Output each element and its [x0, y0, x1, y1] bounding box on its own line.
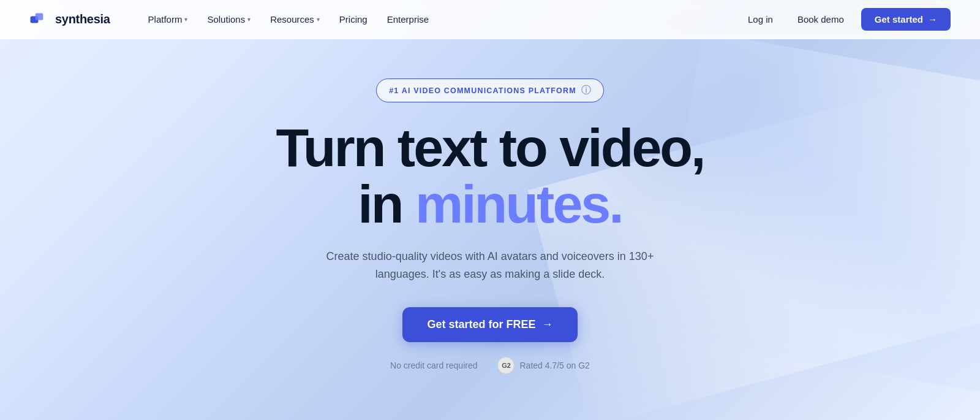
- arrow-icon: →: [928, 14, 937, 25]
- login-button[interactable]: Log in: [741, 9, 780, 29]
- hero-subtitle: Create studio-quality videos with AI ava…: [312, 248, 668, 283]
- platform-chevron-icon: ▾: [184, 16, 187, 23]
- nav-item-pricing[interactable]: Pricing: [331, 9, 376, 29]
- logo-link[interactable]: synthesia: [29, 12, 110, 27]
- info-icon: ⓘ: [581, 84, 591, 97]
- badge-text: #1 AI VIDEO COMMUNICATIONS PLATFORM: [389, 86, 576, 95]
- nav-right: Log in Book demo Get started →: [741, 8, 951, 31]
- hero-title-minutes: minutes.: [415, 174, 622, 234]
- solutions-chevron-icon: ▾: [247, 16, 251, 23]
- g2-rating-text: Rated 4.7/5 on G2: [519, 361, 589, 370]
- logo-icon: [29, 12, 49, 27]
- book-demo-button[interactable]: Book demo: [790, 9, 851, 29]
- cta-button[interactable]: Get started for FREE →: [402, 307, 577, 342]
- nav-item-solutions[interactable]: Solutions ▾: [198, 9, 259, 29]
- nav-item-resources[interactable]: Resources ▾: [262, 9, 328, 29]
- get-started-nav-button[interactable]: Get started →: [861, 8, 951, 31]
- badge: #1 AI VIDEO COMMUNICATIONS PLATFORM ⓘ: [376, 78, 604, 102]
- divider: [487, 359, 488, 372]
- page-wrapper: synthesia Platform ▾ Solutions ▾ Resourc…: [0, 0, 980, 420]
- cta-arrow-icon: →: [542, 318, 553, 331]
- hero-title-line2: in minutes.: [358, 176, 622, 232]
- g2-icon: G2: [497, 357, 514, 374]
- no-credit-card-text: No credit card required: [390, 361, 477, 370]
- g2-badge: G2 Rated 4.7/5 on G2: [497, 357, 589, 374]
- hero-title-in: in: [358, 174, 415, 234]
- navbar: synthesia Platform ▾ Solutions ▾ Resourc…: [0, 0, 980, 39]
- logo-text: synthesia: [55, 12, 110, 26]
- hero-title-line1: Turn text to video,: [276, 120, 704, 176]
- nav-item-platform[interactable]: Platform ▾: [140, 9, 197, 29]
- hero-section: #1 AI VIDEO COMMUNICATIONS PLATFORM ⓘ Tu…: [0, 39, 980, 374]
- nav-item-enterprise[interactable]: Enterprise: [379, 9, 437, 29]
- resources-chevron-icon: ▾: [317, 16, 320, 23]
- nav-links: Platform ▾ Solutions ▾ Resources ▾ Prici…: [140, 9, 741, 29]
- svg-rect-1: [36, 13, 43, 20]
- social-proof: No credit card required G2 Rated 4.7/5 o…: [390, 357, 590, 374]
